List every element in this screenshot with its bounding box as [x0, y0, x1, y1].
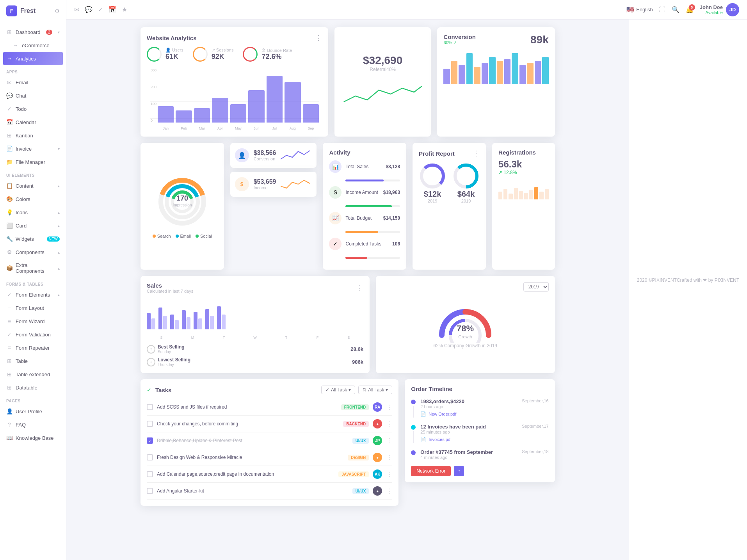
check-icon[interactable]: ✓ — [98, 6, 103, 13]
timeline-dot-wrap — [411, 398, 416, 418]
sidebar-item-content[interactable]: 📋 Content ▴ — [0, 179, 66, 192]
sidebar-item-icons[interactable]: 💡 Icons ▴ — [0, 206, 66, 219]
task-row: ✓Dribble,Behance,Uplabs & Pinterest Post… — [147, 432, 392, 449]
sidebar-item-form-elements[interactable]: ✓ Form Elements ▴ — [0, 288, 66, 301]
task-tag: BACKEND — [343, 421, 369, 427]
sidebar-item-datatable[interactable]: ⊞ Datatable — [0, 381, 66, 394]
invoice-arrow: ▾ — [58, 147, 60, 151]
bar — [158, 106, 174, 123]
language-selector[interactable]: 🇺🇸 English — [626, 6, 653, 13]
knowledge-base-icon: 📖 — [6, 435, 12, 441]
task-checkbox[interactable] — [147, 404, 153, 410]
sales-bar-secondary — [187, 317, 190, 330]
sidebar-item-analytics[interactable]: → Analytics — [3, 52, 63, 65]
task-row: Add Angular Starter-kitUI/UX●⋮ — [147, 483, 392, 500]
task-menu[interactable]: ⋮ — [386, 420, 392, 428]
task-menu[interactable]: ⋮ — [386, 437, 392, 444]
sidebar-item-kanban[interactable]: ⊞ Kanban — [0, 129, 66, 142]
profit-menu[interactable]: ⋮ — [473, 149, 480, 158]
star-icon[interactable]: ★ — [122, 6, 127, 13]
sidebar-item-chat[interactable]: 💬 Chat — [0, 89, 66, 102]
sidebar-item-table-extended[interactable]: ⊞ Table extended — [0, 368, 66, 381]
analytics-menu[interactable]: ⋮ — [315, 34, 322, 42]
sidebar-item-widgets[interactable]: 🔧 Widgets NEW — [0, 232, 66, 245]
sidebar-item-form-validation[interactable]: ✓ Form Validation — [0, 328, 66, 341]
sidebar-item-components[interactable]: ⚙ Components ▴ — [0, 245, 66, 259]
activity-progress-wrap — [329, 256, 400, 259]
timeline-dot-wrap — [411, 449, 416, 460]
filter-btn-1[interactable]: ✓ All Task ▾ — [321, 386, 355, 394]
analytics-icon: → — [6, 55, 12, 62]
sidebar-item-email[interactable]: ✉ Email — [0, 76, 66, 89]
task-checkbox[interactable] — [147, 421, 153, 427]
sidebar-item-todo[interactable]: ✓ Todo — [0, 102, 66, 116]
sidebar-item-form-wizard[interactable]: ≡ Form Wizard — [0, 315, 66, 328]
bar — [267, 76, 283, 123]
timeline-top: Order #37745 from September September,18 — [420, 449, 548, 455]
task-checkbox[interactable] — [147, 454, 153, 460]
sidebar-item-form-layout[interactable]: ≡ Form Layout — [0, 301, 66, 315]
sidebar-item-extra-components[interactable]: 📦 Extra Components ▴ — [0, 259, 66, 277]
notifications-icon[interactable]: 🔔 5 — [686, 6, 694, 13]
extra-components-arrow: ▴ — [58, 266, 60, 270]
bar-labels: JanFebMarAprMayJunJulAugSep — [158, 126, 319, 130]
sidebar-item-label: Todo — [16, 106, 27, 112]
reg-bar — [545, 189, 549, 200]
sidebar-item-colors[interactable]: 🎨 Colors — [0, 192, 66, 206]
task-tag: DESIGN — [348, 455, 369, 460]
sidebar-item-invoice[interactable]: 📄 Invoice ▾ — [0, 142, 66, 155]
task-checkbox[interactable]: ✓ — [147, 437, 153, 444]
task-menu[interactable]: ⋮ — [386, 404, 392, 411]
conversion-bar — [527, 63, 533, 84]
sales-day-label: T — [272, 336, 301, 340]
conversion-bar — [519, 65, 526, 84]
message-icon[interactable]: 💬 — [85, 6, 92, 13]
sidebar-item-calendar[interactable]: 📅 Calendar — [0, 116, 66, 129]
sales-menu[interactable]: ⋮ — [356, 284, 363, 292]
timeline-title: Order Timeline — [411, 386, 548, 392]
income-stat-label: Income — [254, 185, 276, 190]
task-menu[interactable]: ⋮ — [386, 487, 392, 495]
sales-bar-secondary — [222, 315, 226, 330]
task-tag: UI/UX — [352, 488, 369, 494]
mail-icon[interactable]: ✉ — [74, 6, 79, 13]
scroll-up-button[interactable]: ↑ — [454, 466, 464, 476]
task-checkbox[interactable] — [147, 488, 153, 494]
icons-arrow: ▴ — [58, 210, 60, 215]
user-menu[interactable]: John Doe Available JD — [700, 3, 739, 16]
sidebar-item-knowledge-base[interactable]: 📖 Knowledge Base — [0, 431, 66, 444]
timeline-file[interactable]: 📄New Order.pdf — [420, 411, 548, 417]
sidebar-item-table[interactable]: ⊞ Table — [0, 354, 66, 368]
colors-icon: 🎨 — [6, 196, 12, 202]
sidebar-item-faq[interactable]: ? FAQ — [0, 418, 66, 431]
task-menu[interactable]: ⋮ — [386, 471, 392, 478]
search-icon[interactable]: 🔍 — [672, 6, 679, 13]
sidebar-item-ecommerce[interactable]: → eCommerce — [0, 39, 66, 52]
conversion-mini-chart — [281, 148, 312, 163]
growth-year-select[interactable]: 2019 2020 — [523, 282, 549, 292]
form-elements-arrow: ▴ — [58, 293, 60, 297]
conversion-stat-info: $38,566 Conversion — [254, 149, 276, 161]
timeline-content: 1983,orders,$4220 September,16 2 hours a… — [420, 398, 548, 418]
registrations-change: ↗ 12.8% — [498, 170, 549, 175]
filter-btn-2[interactable]: ⇅ All Task ▾ — [358, 386, 392, 394]
task-menu[interactable]: ⋮ — [386, 454, 392, 461]
network-error-button[interactable]: Network Error — [411, 466, 451, 476]
profit-header: Profit Report ⋮ — [419, 149, 480, 158]
settings-icon[interactable]: ⚙ — [55, 8, 60, 14]
timeline-file[interactable]: 📄Invoices.pdf — [420, 437, 548, 442]
sidebar-item-card[interactable]: ⬜ Card ▴ — [0, 219, 66, 232]
sidebar-item-label: Email — [16, 80, 28, 85]
invoice-icon: 📄 — [6, 146, 12, 152]
task-checkbox[interactable] — [147, 471, 153, 477]
sidebar-item-file-manager[interactable]: 📁 File Manager — [0, 155, 66, 169]
registrations-card: Registrations 56.3k ↗ 12.8% — [492, 143, 555, 270]
conversion-bar — [451, 61, 457, 84]
sidebar-item-form-repeater[interactable]: ≡ Form Repeater — [0, 341, 66, 354]
sidebar-item-user-profile[interactable]: 👤 User Profile — [0, 405, 66, 418]
sidebar-item-dashboard[interactable]: ⊞ Dashboard 2 ▾ — [0, 25, 66, 39]
calendar-header-icon[interactable]: 📅 — [108, 6, 116, 13]
fullscreen-icon[interactable]: ⛶ — [659, 6, 665, 13]
activity-item: S Income Amount $18,963 — [329, 186, 400, 207]
sidebar-item-label: Datatable — [16, 385, 37, 391]
